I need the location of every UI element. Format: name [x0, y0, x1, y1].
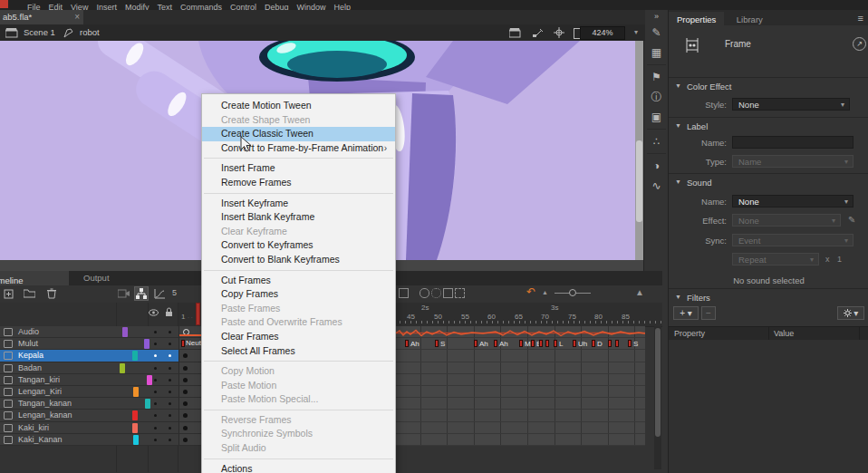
timeline-scroll-thumb[interactable]: [655, 328, 661, 437]
new-folder-icon[interactable]: [24, 288, 35, 298]
frames-grid-icon[interactable]: ▦: [644, 43, 669, 63]
layer-row-tangan_kiri[interactable]: Tangan_kiri: [0, 374, 201, 386]
menu-edit[interactable]: Edit: [49, 0, 63, 10]
layer-row-kepala[interactable]: Kepala: [0, 350, 201, 362]
parenting-color-bar[interactable]: [144, 339, 149, 349]
layer-lock-dot[interactable]: [169, 354, 171, 357]
frame-track-lengan_kanan[interactable]: [394, 410, 645, 421]
layer-visibility-dot[interactable]: [154, 331, 157, 333]
frame-track-tangan_kanan[interactable]: [394, 398, 645, 410]
layer-lock-dot[interactable]: [169, 379, 171, 381]
frame-track-lengan_kiri[interactable]: [394, 386, 645, 398]
layer-row-kaki_kanan[interactable]: Kaki_Kanan: [0, 434, 201, 446]
menu-item-insert-keyframe[interactable]: Insert Keyframe: [202, 197, 395, 211]
info-icon[interactable]: ⓘ: [644, 87, 669, 107]
tab-library[interactable]: Library: [728, 12, 771, 27]
section-title[interactable]: Label: [669, 118, 868, 131]
layer-visibility-dot[interactable]: [154, 367, 157, 370]
frame-cell-badan[interactable]: [178, 362, 201, 374]
layer-lock-dot[interactable]: [169, 427, 171, 430]
layer-row-kaki_kiri[interactable]: Kaki_kiri: [0, 422, 201, 434]
layer-visibility-dot[interactable]: [154, 354, 157, 357]
new-layer-icon[interactable]: [4, 288, 14, 299]
parenting-color-bar[interactable]: [133, 435, 139, 445]
zoom-level-select[interactable]: 424%: [580, 26, 625, 40]
frame-ruler-start[interactable]: 1 · ·: [178, 303, 201, 326]
tab-output[interactable]: Output: [83, 271, 110, 285]
layer-lock-dot[interactable]: [169, 391, 171, 393]
collapse-arrow-icon[interactable]: ▼: [675, 294, 681, 300]
parenting-color-bar[interactable]: [132, 423, 138, 433]
layer-visibility-dot[interactable]: [154, 391, 157, 393]
menu-item-cut-frames[interactable]: Cut Frames: [202, 274, 395, 288]
edit-scene-icon[interactable]: [509, 28, 522, 38]
frame-track-mulut[interactable]: AhSAhAhMELUhDS: [394, 338, 645, 350]
onion-skin-icon[interactable]: [420, 288, 429, 298]
help-icon[interactable]: ↗: [853, 37, 866, 51]
menu-commands[interactable]: Commands: [180, 0, 222, 10]
close-icon[interactable]: ×: [74, 10, 80, 24]
playhead[interactable]: [196, 303, 200, 325]
parenting-color-bar[interactable]: [120, 363, 125, 373]
label-name-input[interactable]: [732, 136, 854, 149]
stage-scroll-thumb[interactable]: [636, 140, 642, 222]
parenting-color-bar[interactable]: [147, 375, 152, 385]
menu-help[interactable]: Help: [334, 0, 352, 10]
frame-track-kepala[interactable]: [394, 350, 645, 362]
lock-icon[interactable]: [165, 307, 173, 317]
layer-lock-dot[interactable]: [169, 439, 171, 441]
parenting-color-bar[interactable]: [122, 327, 128, 337]
menu-item-clear-frames[interactable]: Clear Frames: [202, 330, 395, 344]
layer-visibility-dot[interactable]: [154, 402, 157, 405]
layer-visibility-dot[interactable]: [154, 343, 157, 345]
frame-track-kaki_kanan[interactable]: [394, 434, 645, 446]
menu-item-convert-to-keyframes[interactable]: Convert to Keyframes: [202, 238, 395, 253]
menu-item-create-classic-tween[interactable]: Create Classic Tween: [202, 127, 395, 141]
frame-track-badan[interactable]: [394, 362, 645, 374]
frame-cell-lengan_kiri[interactable]: [178, 386, 201, 398]
layer-row-badan[interactable]: Badan: [0, 362, 201, 374]
layer-lock-dot[interactable]: [169, 402, 171, 405]
layer-row-mulut[interactable]: Mulut: [0, 338, 201, 350]
collapse-arrow-icon[interactable]: ▼: [675, 122, 681, 129]
layer-visibility-dot[interactable]: [154, 439, 157, 441]
delete-layer-icon[interactable]: [47, 288, 56, 299]
edit-effect-pencil-icon[interactable]: ✎: [848, 215, 855, 225]
menu-item-copy-frames[interactable]: Copy Frames: [202, 287, 395, 302]
layer-row-audio[interactable]: Audio: [0, 326, 201, 338]
repeat-count-stepper[interactable]: 1: [837, 255, 842, 264]
layer-name[interactable]: Lengan_kanan: [18, 410, 72, 420]
frame-cell-tangan_kiri[interactable]: [178, 374, 201, 386]
timeline-vertical-scrollbar[interactable]: [654, 326, 661, 469]
menu-text[interactable]: Text: [157, 0, 172, 10]
frame-ruler[interactable]: 4550556065707580852s3s: [394, 303, 662, 326]
frame-cell-kaki_kiri[interactable]: [178, 422, 201, 434]
remove-filter-button[interactable]: −: [701, 306, 716, 320]
layer-name[interactable]: Audio: [18, 327, 39, 336]
cc-libraries-icon[interactable]: ◑: [644, 156, 669, 176]
layer-row-lengan_kiri[interactable]: Lengan_Kiri: [0, 386, 201, 398]
layer-name[interactable]: Lengan_Kiri: [18, 387, 62, 396]
menu-item-insert-frame[interactable]: Insert Frame: [202, 161, 395, 176]
sound-name-select[interactable]: None ▾: [732, 195, 854, 208]
frame-cell-kepala[interactable]: [178, 350, 201, 362]
parenting-color-bar[interactable]: [132, 351, 138, 361]
section-title[interactable]: Filters: [669, 289, 868, 303]
center-frame-icon[interactable]: [554, 27, 564, 38]
onion-skin-outlines-icon[interactable]: [431, 288, 441, 298]
menu-modify[interactable]: Modify: [125, 0, 149, 10]
layer-lock-dot[interactable]: [169, 414, 171, 417]
menu-item-convert-to-frame-by-frame-animation[interactable]: Convert to Frame-by-Frame Animation›: [202, 141, 395, 156]
layer-name[interactable]: Kepala: [18, 351, 43, 360]
layer-name[interactable]: Tangan_kanan: [18, 399, 72, 408]
layer-name[interactable]: Tangan_kiri: [18, 375, 60, 384]
layer-name[interactable]: Mulut: [18, 339, 38, 348]
frame-track-kaki_kiri[interactable]: [394, 422, 645, 434]
motion-presets-icon[interactable]: ∴: [644, 131, 669, 151]
layer-visibility-dot[interactable]: [154, 379, 157, 381]
collapse-arrow-icon[interactable]: ▼: [675, 82, 681, 89]
menu-debug[interactable]: Debug: [265, 0, 289, 10]
panel-menu-icon[interactable]: ≡: [858, 13, 863, 24]
timeline-zoom-knob[interactable]: [569, 289, 576, 296]
eye-icon[interactable]: [149, 309, 159, 316]
